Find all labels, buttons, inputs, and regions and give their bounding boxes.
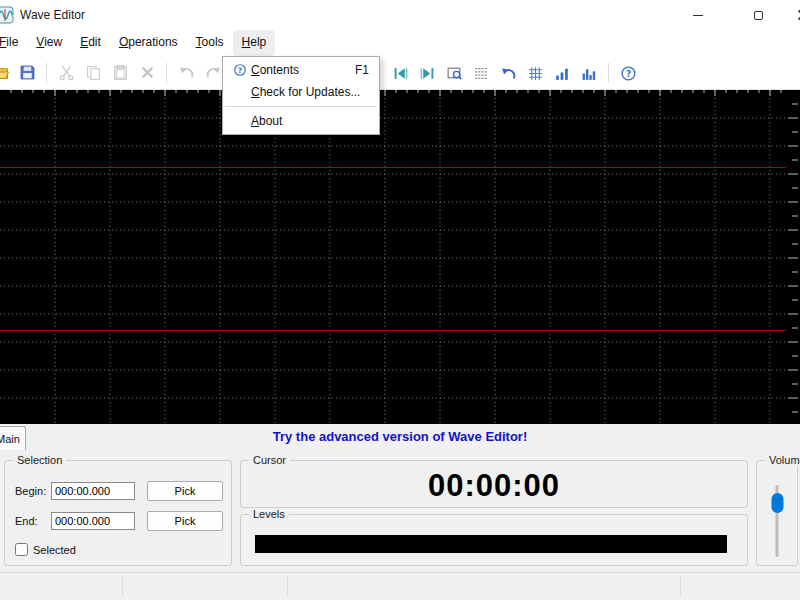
window-title: Wave Editor bbox=[20, 8, 85, 22]
statusbar-separator bbox=[287, 577, 288, 597]
redo-icon bbox=[205, 64, 222, 81]
menu-tools[interactable]: Tools bbox=[187, 30, 233, 56]
zoom-selection-icon bbox=[446, 65, 463, 82]
skip-forward-button[interactable] bbox=[415, 61, 439, 85]
waveform-display[interactable] bbox=[0, 90, 800, 424]
undo-button[interactable] bbox=[174, 61, 198, 85]
histogram-button[interactable] bbox=[577, 61, 601, 85]
levels-group-title: Levels bbox=[249, 508, 289, 520]
open-folder-icon bbox=[0, 64, 9, 81]
menu-item-check-updates[interactable]: Check for Updates... bbox=[223, 81, 379, 103]
skip-back-icon bbox=[392, 65, 409, 82]
save-icon bbox=[19, 64, 36, 81]
levels-meter bbox=[255, 535, 727, 553]
cursor-group: Cursor 00:00:00 bbox=[240, 460, 748, 508]
status-bar bbox=[0, 572, 800, 600]
levels-group: Levels bbox=[240, 514, 748, 566]
selected-checkbox-row[interactable]: Selected bbox=[15, 543, 76, 556]
cut-icon bbox=[58, 64, 75, 81]
minimize-button[interactable] bbox=[676, 0, 720, 30]
statusbar-separator bbox=[680, 577, 681, 597]
maximize-icon bbox=[754, 11, 763, 20]
minimize-icon bbox=[693, 15, 703, 16]
begin-input[interactable] bbox=[51, 482, 135, 500]
toolbar: ? bbox=[0, 56, 800, 90]
zoom-selection-button[interactable] bbox=[442, 61, 466, 85]
skip-forward-icon bbox=[419, 65, 436, 82]
menu-file[interactable]: File bbox=[0, 30, 27, 56]
selection-group: Selection Begin: Pick End: Pick Selected bbox=[4, 460, 232, 566]
save-button[interactable] bbox=[15, 61, 39, 85]
toolbar-separator bbox=[608, 63, 609, 83]
menu-item-shortcut: F1 bbox=[355, 63, 369, 77]
paste-icon bbox=[112, 64, 129, 81]
end-label: End: bbox=[15, 515, 51, 527]
toolbar-separator bbox=[166, 63, 167, 83]
menu-item-contents[interactable]: ? Contents F1 bbox=[223, 59, 379, 81]
selected-checkbox[interactable] bbox=[15, 543, 28, 556]
statusbar-separator bbox=[122, 577, 123, 597]
volume-slider[interactable] bbox=[776, 485, 779, 557]
svg-text:?: ? bbox=[625, 68, 630, 78]
begin-label: Begin: bbox=[15, 485, 51, 497]
delete-button[interactable] bbox=[135, 61, 159, 85]
paste-button[interactable] bbox=[108, 61, 132, 85]
maximize-button[interactable] bbox=[736, 0, 780, 30]
volume-handle[interactable] bbox=[771, 493, 783, 513]
open-button[interactable] bbox=[0, 61, 12, 85]
help-circle-icon: ? bbox=[229, 63, 251, 77]
titlebar: Wave Editor bbox=[0, 0, 800, 30]
skip-back-button[interactable] bbox=[388, 61, 412, 85]
begin-pick-button[interactable]: Pick bbox=[147, 481, 223, 501]
menu-item-label: Contents bbox=[251, 63, 355, 77]
histogram-icon bbox=[581, 65, 598, 82]
copy-icon bbox=[85, 64, 102, 81]
menu-item-label: About bbox=[251, 114, 369, 128]
cut-button[interactable] bbox=[54, 61, 78, 85]
selection-group-title: Selection bbox=[13, 454, 66, 466]
end-pick-button[interactable]: Pick bbox=[147, 511, 223, 531]
upgrade-promo-link[interactable]: Try the advanced version of Wave Editor! bbox=[0, 429, 800, 444]
menu-item-label: Check for Updates... bbox=[251, 85, 369, 99]
menu-view[interactable]: View bbox=[27, 30, 71, 56]
cursor-time-display: 00:00:00 bbox=[241, 468, 747, 504]
spectrogram-button[interactable] bbox=[469, 61, 493, 85]
revert-button[interactable] bbox=[496, 61, 520, 85]
cursor-group-title: Cursor bbox=[249, 454, 290, 466]
app-icon bbox=[0, 6, 14, 24]
statistics-button[interactable] bbox=[550, 61, 574, 85]
copy-button[interactable] bbox=[81, 61, 105, 85]
statistics-icon bbox=[554, 65, 571, 82]
bottom-panel: Selection Begin: Pick End: Pick Selected… bbox=[0, 450, 800, 572]
toolbar-separator bbox=[46, 63, 47, 83]
help-button[interactable]: ? bbox=[616, 61, 640, 85]
spectrogram-icon bbox=[473, 65, 490, 82]
revert-icon bbox=[500, 65, 517, 82]
close-button[interactable] bbox=[780, 0, 800, 30]
end-input[interactable] bbox=[51, 512, 135, 530]
volume-group: Volume bbox=[756, 460, 798, 566]
waveform-grid bbox=[0, 90, 800, 424]
grid-icon bbox=[527, 65, 544, 82]
menu-item-about[interactable]: About bbox=[223, 110, 379, 132]
help-menu-popup: ? Contents F1 Check for Updates... About bbox=[222, 56, 380, 135]
menu-edit[interactable]: Edit bbox=[71, 30, 110, 56]
selected-label: Selected bbox=[33, 544, 76, 556]
delete-icon bbox=[139, 64, 156, 81]
svg-text:?: ? bbox=[238, 66, 242, 75]
volume-group-title: Volume bbox=[765, 454, 800, 466]
undo-icon bbox=[178, 64, 195, 81]
menu-operations[interactable]: Operations bbox=[110, 30, 187, 56]
menu-bar: File View Edit Operations Tools Help bbox=[0, 30, 800, 56]
grid-button[interactable] bbox=[523, 61, 547, 85]
menu-help[interactable]: Help bbox=[233, 30, 276, 56]
help-icon: ? bbox=[620, 65, 637, 82]
menu-separator bbox=[225, 106, 377, 107]
tab-bar: Main Try the advanced version of Wave Ed… bbox=[0, 424, 800, 450]
